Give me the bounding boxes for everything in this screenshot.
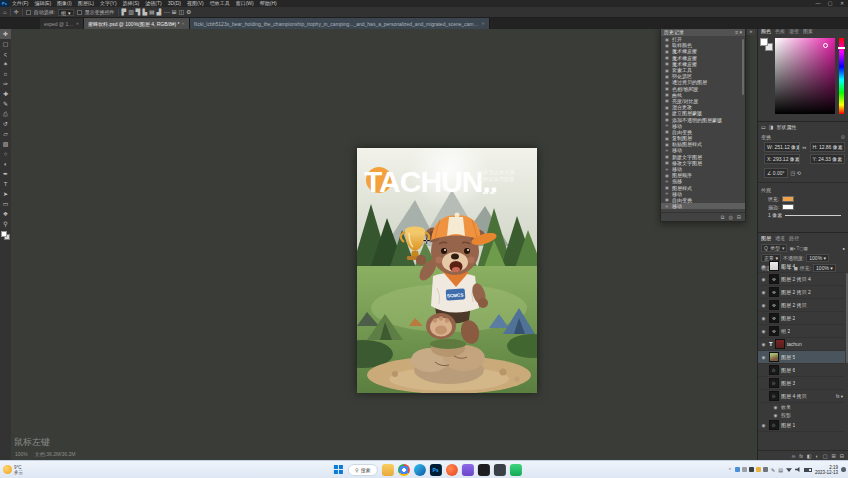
crop-tool[interactable]: ⌗: [0, 69, 11, 79]
layer-name[interactable]: 图层 6: [781, 367, 795, 373]
layer-name[interactable]: 投影: [781, 412, 791, 418]
menu-item[interactable]: 视图(V): [184, 0, 207, 7]
weather-widget[interactable]: 9°C多云: [0, 465, 150, 475]
visibility-icon[interactable]: ◉: [760, 264, 767, 269]
eraser-tool[interactable]: ▱: [0, 129, 11, 139]
layer-thumbnail[interactable]: [769, 274, 779, 284]
layer-thumbnail[interactable]: [775, 339, 785, 349]
shape-props-icon[interactable]: ▭: [761, 124, 766, 130]
tray-app-icon[interactable]: [763, 467, 768, 472]
layer-row[interactable]: 图层 6: [758, 364, 845, 377]
layers-footer-icon[interactable]: ◧: [807, 453, 812, 459]
layer-fx-badge[interactable]: fx ▾: [836, 394, 843, 399]
notification-bell-icon[interactable]: [841, 467, 846, 472]
layer-name[interactable]: 图层 4 拷贝: [781, 393, 807, 399]
hue-slider[interactable]: [839, 38, 844, 114]
zoom-level[interactable]: 100%: [15, 451, 28, 457]
tray-app-icon[interactable]: [735, 467, 740, 472]
type-tool[interactable]: T: [0, 179, 11, 189]
stroke-width-value[interactable]: 1 像素: [768, 212, 782, 218]
brush-tool[interactable]: ✎: [0, 99, 11, 109]
visibility-icon[interactable]: ◉: [760, 329, 767, 334]
color-swatches[interactable]: [1, 231, 10, 240]
layer-thumbnail[interactable]: [769, 378, 779, 388]
foreground-color-swatch[interactable]: [760, 38, 768, 46]
visibility-icon[interactable]: ◉: [760, 290, 767, 295]
layer-row[interactable]: ◉ 图层 2 拷贝 2: [758, 286, 845, 299]
layers-footer-icon[interactable]: ∞: [792, 453, 796, 459]
menu-item[interactable]: 选择(S): [120, 0, 143, 7]
layer-name[interactable]: 图层 2 拷贝 4: [781, 276, 811, 282]
align-icon[interactable]: ⚙: [186, 8, 191, 17]
angle-field[interactable]: ∠ 0.00°: [764, 168, 788, 178]
layer-thumbnail[interactable]: [769, 287, 779, 297]
battery-icon[interactable]: [804, 468, 812, 472]
hand-tool[interactable]: ❖: [0, 209, 11, 219]
app-icon[interactable]: [462, 464, 474, 476]
menu-item[interactable]: 窗口(W): [233, 0, 257, 7]
align-icon[interactable]: ▤: [149, 8, 155, 17]
eyedropper-tool[interactable]: ✑: [0, 79, 11, 89]
menu-item[interactable]: 编辑(E): [31, 0, 54, 7]
marquee-tool[interactable]: ▢: [0, 39, 11, 49]
layer-name[interactable]: 图层 1: [781, 422, 795, 428]
shape-tool[interactable]: ▭: [0, 199, 11, 209]
taskbar-clock[interactable]: 2:19 2023-12-13: [815, 465, 838, 475]
layer-name[interactable]: 图层 4: [781, 263, 795, 269]
auto-select-checkbox[interactable]: [26, 10, 31, 15]
align-icon[interactable]: ▛: [122, 8, 127, 17]
app-icon[interactable]: [414, 464, 426, 476]
menu-item[interactable]: 帮助(H): [257, 0, 280, 7]
blur-tool[interactable]: ○: [0, 149, 11, 159]
move-tool[interactable]: ✛: [0, 29, 11, 39]
menu-item[interactable]: 图层(L): [75, 0, 97, 7]
align-icon[interactable]: ◫: [178, 8, 184, 17]
dodge-tool[interactable]: ◐: [0, 159, 11, 169]
align-icon[interactable]: ⋯: [163, 8, 169, 17]
layer-row[interactable]: ◉ 图层 5: [758, 351, 845, 364]
filter-toggle-icon[interactable]: ●: [843, 246, 845, 251]
volume-icon[interactable]: [795, 467, 801, 472]
app-icon[interactable]: [446, 464, 458, 476]
stroke-color-swatch[interactable]: [782, 204, 794, 210]
tray-app-icon[interactable]: [742, 467, 747, 472]
layer-name[interactable]: 图层 5: [781, 354, 795, 360]
foreground-color-swatch[interactable]: [1, 231, 7, 237]
layer-thumbnail[interactable]: [769, 300, 779, 310]
ime-panel-icon[interactable]: ▤: [778, 467, 783, 473]
visibility-icon[interactable]: ◉: [760, 342, 767, 347]
app-icon[interactable]: [478, 464, 490, 476]
saturation-brightness-field[interactable]: [775, 38, 835, 114]
panel-tab[interactable]: 通道: [775, 235, 785, 241]
wifi-icon[interactable]: [786, 467, 792, 472]
link-dimensions-icon[interactable]: ⧓: [802, 145, 808, 150]
layer-row[interactable]: ◉ T tachun: [758, 338, 845, 351]
pen-input-icon[interactable]: ✎: [771, 467, 775, 473]
x-field[interactable]: X: 293.12 像素: [764, 154, 800, 164]
color-picker-marker[interactable]: [823, 43, 828, 48]
visibility-icon[interactable]: ◉: [772, 413, 779, 418]
width-field[interactable]: W: 251.12 像素: [764, 142, 800, 152]
hue-slider-marker[interactable]: [838, 47, 845, 49]
menu-item[interactable]: 滤镜(T): [142, 0, 164, 7]
history-footer-icon[interactable]: ⊟: [737, 214, 741, 220]
show-transform-checkbox[interactable]: [77, 10, 82, 15]
close-icon[interactable]: ✕: [482, 21, 485, 26]
maximize-button[interactable]: ▢: [824, 0, 836, 7]
history-footer-icon[interactable]: ◎: [728, 214, 732, 220]
layer-row[interactable]: 图层 3: [758, 377, 845, 390]
pen-tool[interactable]: ✒: [0, 169, 11, 179]
history-scrollbar[interactable]: [742, 39, 744, 95]
layer-name[interactable]: 效果: [781, 404, 791, 410]
menu-item[interactable]: 图像(I): [54, 0, 75, 7]
layer-row[interactable]: ◉ 组 2: [758, 325, 845, 338]
fill-color-swatch[interactable]: [782, 196, 794, 202]
close-icon[interactable]: ✕: [76, 21, 79, 26]
panel-tab[interactable]: 图层: [761, 235, 771, 241]
document-tab[interactable]: 蜜蜂饮料.psd @ 100%(图层 4, RGB/8#) * ✕: [84, 18, 190, 29]
gradient-tool[interactable]: ▨: [0, 139, 11, 149]
menu-item[interactable]: 文字(Y): [97, 0, 120, 7]
layers-footer-icon[interactable]: ⊟: [840, 453, 844, 459]
healing-brush-tool[interactable]: ✚: [0, 89, 11, 99]
taskbar-search[interactable]: ⚲ 搜索: [348, 464, 378, 476]
